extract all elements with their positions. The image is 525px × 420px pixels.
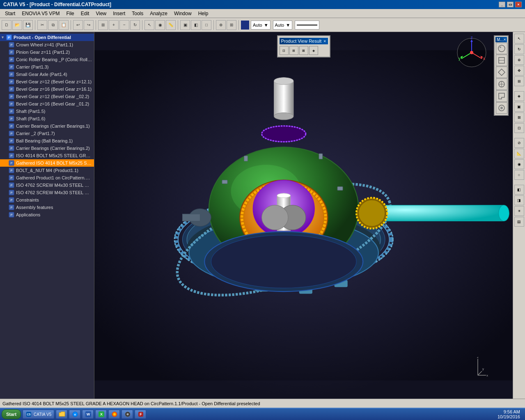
tree-item-13[interactable]: PBall Bearing (Ball Bearing.1) xyxy=(0,137,94,145)
dropdown-2[interactable]: Auto ▼ xyxy=(273,21,293,30)
tree-item-9[interactable]: PShaft (Part1.5) xyxy=(0,108,94,115)
dropdown-1[interactable]: Auto ▼ xyxy=(251,21,271,30)
menu-tools[interactable]: Tools xyxy=(128,10,147,17)
model-canvas[interactable]: Product View Result × ⊡ ⊞ ⊠ ◈ M... × xyxy=(94,32,513,399)
menu-file[interactable]: File xyxy=(63,10,77,17)
select-button[interactable]: ↖ xyxy=(144,20,154,30)
wireframe-button[interactable]: □ xyxy=(202,20,211,30)
menu-help[interactable]: Help xyxy=(195,10,212,17)
m-btn-5[interactable] xyxy=(496,90,507,102)
sidebar-btn-hide[interactable]: ◉ xyxy=(514,159,524,169)
pv-btn-2[interactable]: ⊞ xyxy=(289,46,298,55)
tree-item-2[interactable]: PConic Roller Bearing _P (Conic Roller B… xyxy=(0,56,94,63)
sidebar-btn-top[interactable]: ⊠ xyxy=(514,112,524,122)
sidebar-btn-right[interactable]: ⊡ xyxy=(514,123,524,133)
sidebar-btn-section[interactable]: ⊘ xyxy=(514,138,524,148)
tree-item-21[interactable]: PConstraints xyxy=(0,196,94,204)
zoom-fit-button[interactable]: ⊞ xyxy=(98,20,108,30)
save-button[interactable]: 💾 xyxy=(23,20,33,30)
sidebar-btn-light[interactable]: ☀ xyxy=(514,206,524,216)
taskbar-item-4[interactable]: W xyxy=(82,410,94,419)
sidebar-btn-cursor[interactable]: ↖ xyxy=(514,34,524,44)
tree-item-16[interactable]: PGathered ISO 4014 BOLT M5x25 STEEL GRAD… xyxy=(0,159,94,167)
3d-viewport[interactable]: Product View Result × ⊡ ⊞ ⊠ ◈ M... × xyxy=(94,32,513,399)
feature-tree[interactable]: ▼ P Product - Open Differential PCrown W… xyxy=(0,32,94,399)
pv-btn-4[interactable]: ◈ xyxy=(309,46,318,55)
taskbar-catia[interactable]: C5 CATIA V5 xyxy=(23,410,54,419)
zoom-out-button[interactable]: − xyxy=(119,20,129,30)
sidebar-btn-zoom[interactable]: ⊕ xyxy=(514,55,524,65)
snap-button[interactable]: ⊕ xyxy=(216,20,226,30)
taskbar-item-7[interactable] xyxy=(122,410,133,419)
rotate-button[interactable]: ↻ xyxy=(130,20,140,30)
render-button[interactable]: ▣ xyxy=(180,20,190,30)
start-button[interactable]: Start xyxy=(2,409,21,419)
tree-item-5[interactable]: PBevel Gear z=12 (Bevel Gear z=12.1) xyxy=(0,78,94,85)
tree-item-1[interactable]: PPinion Gear z=11 (Part1.2) xyxy=(0,48,94,56)
tree-item-8[interactable]: PBevel Gear z=16 (Bevel Gear _01.2) xyxy=(0,100,94,108)
m-btn-1[interactable] xyxy=(496,43,507,54)
menu-window[interactable]: Window xyxy=(171,10,195,17)
menu-view[interactable]: View xyxy=(92,10,110,17)
product-view-close[interactable]: × xyxy=(323,39,326,44)
sidebar-btn-show[interactable]: ○ xyxy=(514,170,524,180)
zoom-in-button[interactable]: + xyxy=(109,20,119,30)
tree-item-4[interactable]: PSmall Gear Axle (Part1.4) xyxy=(0,71,94,78)
taskbar-item-2[interactable] xyxy=(56,410,67,419)
tree-item-17[interactable]: PBOLT_&_NUT M4 (Product1.1) xyxy=(0,167,94,174)
close-button[interactable]: × xyxy=(515,2,522,7)
m-btn-4[interactable] xyxy=(496,78,507,90)
taskbar-item-3[interactable]: e xyxy=(69,410,80,419)
m-panel-close[interactable]: × xyxy=(504,37,506,42)
tree-item-12[interactable]: PCarrier _2 (Part1.7) xyxy=(0,130,94,137)
grid-button[interactable]: ⊞ xyxy=(227,20,236,30)
pv-btn-1[interactable]: ⊡ xyxy=(280,46,289,55)
sidebar-btn-color[interactable]: ◨ xyxy=(514,195,524,205)
tree-item-0[interactable]: PCrown Wheel z=41 (Part1.1) xyxy=(0,41,94,48)
open-button[interactable]: 📂 xyxy=(12,20,22,30)
measure-button[interactable]: 📏 xyxy=(166,20,176,30)
undo-button[interactable]: ↩ xyxy=(73,20,83,30)
sidebar-btn-pan[interactable]: ✥ xyxy=(514,66,524,76)
minimize-button[interactable]: _ xyxy=(499,2,505,7)
tree-item-20[interactable]: PISO 4762 SCREW M4x30 STEEL HEXAGON SOCK… xyxy=(0,189,94,196)
restore-button[interactable]: ▭ xyxy=(507,2,514,7)
m-btn-6[interactable] xyxy=(496,102,507,114)
taskbar-item-8[interactable]: F xyxy=(135,410,146,419)
sidebar-btn-render2[interactable]: ▤ xyxy=(514,217,524,227)
color-swatch[interactable] xyxy=(241,21,249,30)
tree-item-10[interactable]: PShaft (Part1.6) xyxy=(0,115,94,122)
tree-item-19[interactable]: PISO 4762 SCREW M4x30 STEEL HEXAGON SOCK… xyxy=(0,181,94,189)
new-button[interactable]: 🗋 xyxy=(2,20,11,30)
menu-edit[interactable]: Edit xyxy=(78,10,93,17)
paste-button[interactable]: 📋 xyxy=(59,20,69,30)
sidebar-btn-material[interactable]: ◧ xyxy=(514,185,524,195)
tree-item-3[interactable]: PCarrier (Part1.3) xyxy=(0,63,94,71)
menu-insert[interactable]: Insert xyxy=(110,10,128,17)
sidebar-btn-rotate[interactable]: ↻ xyxy=(514,44,524,54)
taskbar-item-6[interactable] xyxy=(108,410,120,419)
tree-item-18[interactable]: PGathered Product1 on CircPattern.1 (Gat… xyxy=(0,174,94,181)
tree-item-22[interactable]: PAssembly features xyxy=(0,204,94,211)
tree-item-11[interactable]: PCarrier Bearings (Carrier Bearings.1) xyxy=(0,122,94,130)
sidebar-btn-measure[interactable]: 📐 xyxy=(514,149,524,158)
tree-item-7[interactable]: PBevel Gear z=12 (Bevel Gear _02.2) xyxy=(0,93,94,100)
menu-start[interactable]: Start xyxy=(2,10,18,17)
m-btn-3[interactable] xyxy=(496,67,507,78)
menu-enovia[interactable]: ENOVIA V5 VPM xyxy=(18,10,63,17)
m-btn-2[interactable] xyxy=(496,55,507,66)
sidebar-btn-fit[interactable]: ⊞ xyxy=(514,76,524,86)
sidebar-btn-front[interactable]: ▣ xyxy=(514,102,524,112)
cut-button[interactable]: ✂ xyxy=(37,20,47,30)
tree-item-14[interactable]: PCarrier Bearings (Carrier Bearings.2) xyxy=(0,145,94,152)
taskbar-item-5[interactable]: X xyxy=(95,410,107,419)
tree-item-23[interactable]: PApplications xyxy=(0,211,94,218)
line-style-selector[interactable] xyxy=(295,21,319,30)
menu-analyze[interactable]: Analyze xyxy=(147,10,171,17)
pv-btn-3[interactable]: ⊠ xyxy=(299,46,308,55)
redo-button[interactable]: ↪ xyxy=(84,20,94,30)
tree-item-6[interactable]: PBevel Gear z=16 (Bevel Gear z=16.1) xyxy=(0,85,94,93)
sidebar-btn-iso[interactable]: ◈ xyxy=(514,91,524,101)
copy-button[interactable]: ⧉ xyxy=(48,20,58,30)
shade-button[interactable]: ◧ xyxy=(191,20,201,30)
